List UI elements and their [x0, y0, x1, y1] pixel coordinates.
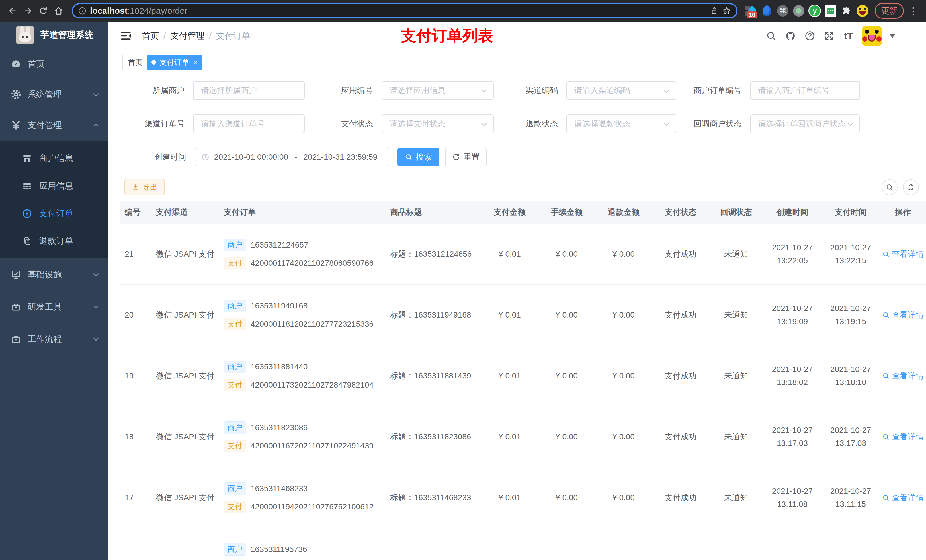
cell-pay-order: 商户 1635311468233 支付 42000011942021102767… — [219, 467, 379, 528]
browser-home-button[interactable] — [52, 5, 65, 17]
address-bar[interactable]: localhost:1024/pay/order — [72, 3, 737, 18]
cell-create-time: 2021-10-27 13:19:09 — [763, 285, 822, 345]
sidebar-collapse-icon[interactable] — [120, 30, 132, 42]
bookmark-star-icon[interactable] — [722, 6, 731, 15]
toggle-search-button[interactable] — [882, 179, 897, 195]
browser-reload-button[interactable] — [37, 5, 50, 17]
sidebar-item-refund-order[interactable]: 退款订单 — [0, 227, 108, 255]
help-icon[interactable] — [803, 30, 816, 42]
browser-back-button[interactable] — [6, 5, 19, 17]
channel-pay-no: 4200001194202110276752100612 — [251, 502, 374, 511]
browser-update-button[interactable]: 更新 — [875, 3, 904, 19]
cell-fee: ¥ 0.00 — [538, 406, 595, 467]
filter-merchant-order-no: 商户订单编号 请输入商户订单编号 — [750, 81, 860, 100]
github-icon[interactable] — [784, 30, 797, 42]
merchant-select[interactable]: 请选择所属商户 — [193, 81, 305, 100]
table-row: 20 微信 JSAPI 支付 商户 1635311949168 支付 42000… — [120, 285, 926, 346]
merchant-order-no: 1635311468233 — [251, 484, 307, 493]
profile-avatar-emoji[interactable] — [856, 4, 869, 17]
sidebar-item-pay-order[interactable]: ¥ 支付订单 — [0, 200, 108, 227]
cell-amount: ¥ 0.01 — [481, 406, 538, 467]
cell-id: 20 — [120, 285, 154, 345]
sidebar-logo[interactable]: 芋道管理系统 — [0, 22, 108, 48]
browser-menu-icon[interactable]: ⋮ — [906, 5, 920, 17]
cell-refund: ¥ 0.00 — [595, 285, 652, 345]
cell-pay-time: 2021-10-27 13:22:15 — [822, 223, 880, 284]
pay-status-select[interactable]: 请选择支付状态 — [381, 115, 494, 133]
share-icon[interactable] — [710, 6, 719, 15]
sidebar-item-workflow[interactable]: 工作流程 — [0, 323, 108, 355]
sidebar-item-merchant-info[interactable]: 商户信息 — [0, 145, 108, 172]
chevron-down-icon — [92, 90, 100, 99]
date-range-input[interactable]: 2021-10-01 00:00:00 - 2021-10-31 23:59:5… — [195, 148, 388, 166]
breadcrumb-pay-manage[interactable]: 支付管理 — [170, 30, 204, 42]
sidebar-item-home[interactable]: 首页 — [0, 48, 108, 80]
cell-create-time: 2021-10-27 13:17:03 — [763, 406, 822, 467]
sidebar-item-dev-tools[interactable]: 研发工具 — [0, 291, 108, 323]
view-detail-link[interactable]: 查看详情 — [882, 309, 924, 320]
view-detail-link[interactable]: 查看详情 — [882, 432, 924, 442]
refund-status-select[interactable]: 请选择退款状态 — [566, 115, 676, 133]
view-detail-link[interactable]: 查看详情 — [882, 370, 924, 381]
sidebar-item-payment[interactable]: 支付管理 — [0, 109, 108, 141]
search-button[interactable]: 搜索 — [397, 148, 439, 166]
refresh-table-button[interactable] — [903, 179, 919, 195]
merchant-chip: 商户 — [224, 239, 246, 251]
filter-label: 创建时间 — [154, 148, 186, 166]
dashboard-icon — [11, 59, 21, 69]
extension-sketch-icon[interactable]: 10 — [744, 4, 757, 17]
extension-chat-icon[interactable] — [824, 4, 837, 17]
notify-status-select[interactable]: 请选择订单回调商户状态 — [750, 115, 860, 133]
main-content: 所属商户 请选择所属商户 应用编号 请选择应用信息 渠道编码 请输入渠道编码 商… — [108, 70, 926, 560]
extension-recorder-icon[interactable] — [792, 4, 805, 17]
breadcrumb-home[interactable]: 首页 — [142, 30, 159, 42]
export-button[interactable]: 导出 — [124, 179, 165, 195]
extension-badge: 10 — [747, 11, 757, 18]
cell-refund: ¥ 0.00 — [595, 223, 652, 284]
tag-close-icon[interactable]: × — [194, 58, 198, 66]
extension-balloon-icon[interactable] — [760, 4, 773, 17]
cell-amount — [481, 528, 538, 560]
sidebar-item-app-info[interactable]: 应用信息 — [0, 172, 108, 200]
document-copy-icon — [22, 236, 32, 246]
font-size-icon[interactable]: tT — [842, 30, 855, 42]
filter-label: 渠道编码 — [526, 81, 558, 100]
filter-label: 所属商户 — [153, 81, 185, 100]
channel-code-select[interactable]: 请输入渠道编码 — [566, 81, 676, 100]
view-detail-link[interactable]: 查看详情 — [882, 249, 924, 260]
cell-action: 查看详情 — [880, 223, 926, 284]
tag-home[interactable]: 首页 — [123, 54, 148, 70]
search-icon[interactable] — [765, 30, 777, 42]
user-avatar[interactable] — [862, 26, 882, 46]
extension-y-icon[interactable]: y — [808, 4, 821, 17]
pay-chip: 支付 — [224, 440, 246, 452]
sidebar-item-infrastructure[interactable]: 基础设施 — [0, 258, 108, 291]
browser-forward-button[interactable] — [22, 5, 34, 17]
column-header: 操作 — [880, 201, 926, 223]
table-body: 21 微信 JSAPI 支付 商户 1635312124657 支付 42000… — [120, 223, 926, 560]
channel-order-no-input[interactable]: 请输入渠道订单号 — [193, 115, 305, 133]
search-icon — [882, 433, 890, 441]
breadcrumb-pay-order: 支付订单 — [216, 30, 250, 42]
search-icon — [885, 183, 894, 191]
app-navbar: 首页 / 支付管理 / 支付订单 支付订单列表 — [108, 22, 926, 50]
cell-fee: ¥ 0.00 — [538, 223, 595, 284]
reset-button[interactable]: 重置 — [445, 148, 487, 166]
avatar-caret-icon[interactable] — [890, 34, 895, 38]
cell-notify: 未通知 — [709, 285, 763, 345]
fullscreen-icon[interactable] — [823, 30, 835, 42]
chevron-down-icon — [846, 120, 855, 129]
search-icon — [882, 311, 890, 319]
sidebar-item-system[interactable]: 系统管理 — [0, 80, 108, 109]
extensions-puzzle-icon[interactable] — [840, 4, 853, 17]
merchant-order-no-input[interactable]: 请输入商户订单编号 — [750, 81, 860, 100]
page-info-icon[interactable] — [78, 6, 86, 15]
extension-command-icon[interactable]: ⌘ — [776, 4, 789, 17]
view-detail-link[interactable]: 查看详情 — [882, 492, 924, 503]
tag-pay-order[interactable]: 支付订单 × — [147, 54, 202, 70]
payment-submenu: 商户信息 应用信息 ¥ 支付订单 退款订单 — [0, 141, 108, 258]
merchant-chip: 商户 — [224, 543, 246, 556]
cell-action: 查看详情 — [880, 406, 926, 467]
app-select[interactable]: 请选择应用信息 — [381, 81, 494, 100]
url-text: localhost:1024/pay/order — [90, 6, 188, 16]
